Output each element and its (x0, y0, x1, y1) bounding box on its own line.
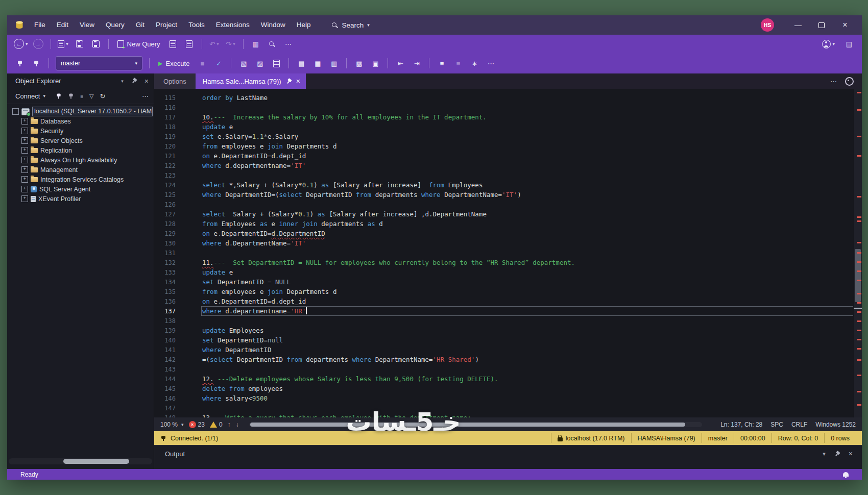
new-query-button[interactable]: New Query (113, 37, 164, 51)
outdent-button[interactable]: ⇤ (393, 57, 408, 70)
table-designer-button[interactable]: ▦ (248, 37, 263, 51)
uncomment-button[interactable]: ≡ (450, 57, 466, 70)
save-button[interactable] (72, 37, 87, 51)
code-line[interactable]: 130where d.DepartmentName='IT' (154, 238, 854, 248)
new-notebook-button[interactable] (165, 37, 181, 51)
cancel-query-button[interactable]: ■ (195, 57, 210, 70)
maximize-button[interactable] (810, 15, 833, 35)
code-line[interactable]: 127select Salary + (Salary*0.1) as [Sala… (154, 209, 854, 219)
code-line[interactable]: 121on e.DepartmentID=d.dept_id (154, 151, 854, 161)
code-line[interactable]: 134set DepartmentID = NULL (154, 277, 854, 287)
expand-icon[interactable]: + (21, 195, 28, 202)
expand-icon[interactable]: + (21, 147, 28, 154)
code-line[interactable]: 133update e (154, 267, 854, 277)
line-column-indicator[interactable]: Ln: 137, Ch: 28 (720, 421, 762, 428)
code-line[interactable]: 124select *,Salary + (Salary*0.1) as [Sa… (154, 180, 854, 190)
tab-options[interactable]: Options (154, 73, 196, 89)
menu-search[interactable]: Search ▾ (327, 21, 373, 29)
code-line[interactable]: 11710.--- Increase the salary by 10% for… (154, 112, 854, 122)
tree-node-security[interactable]: +Security (7, 126, 154, 136)
code-line[interactable]: 135from employees e join Departments d (154, 287, 854, 296)
code-editor[interactable]: 115order by LastName11611710.--- Increas… (154, 89, 862, 417)
live-stats-button[interactable]: ▣ (368, 57, 383, 70)
expand-icon[interactable]: + (21, 176, 28, 183)
error-count[interactable]: × 23 (189, 421, 205, 428)
code-line[interactable]: 147 (154, 403, 854, 413)
code-line[interactable]: 143 (154, 364, 854, 374)
tree-node-integration-services-catalogs[interactable]: +Integration Services Catalogs (7, 175, 154, 184)
undo-button[interactable]: ↶▾ (207, 37, 222, 51)
spaces-indicator[interactable]: SPC (770, 421, 783, 428)
notifications-button[interactable] (843, 471, 849, 478)
refresh-icon[interactable]: ↻ (100, 92, 105, 100)
indent-button[interactable]: ⇥ (409, 57, 424, 70)
expand-icon[interactable]: + (21, 166, 28, 173)
menu-item-window[interactable]: Window (255, 15, 291, 35)
code-line[interactable]: 120from employees e join Departments d (154, 141, 854, 151)
tree-node-server-objects[interactable]: +Server Objects (7, 136, 154, 145)
code-line[interactable]: 13211.--- Set DepartmentID = NULL for em… (154, 258, 854, 267)
next-error-icon[interactable]: ↓ (236, 421, 239, 428)
estimated-plan-button[interactable]: ▨ (252, 57, 268, 70)
code-line[interactable]: 129on e.DepartmentID=d.DepartmentID (154, 229, 854, 238)
previous-error-icon[interactable]: ↑ (228, 421, 231, 428)
menu-item-edit[interactable]: Edit (51, 15, 74, 35)
menu-item-git[interactable]: Git (130, 15, 150, 35)
editor-vscrollbar[interactable] (853, 89, 862, 417)
menu-item-file[interactable]: File (29, 15, 51, 35)
comment-button[interactable]: ≡ (434, 57, 449, 70)
parse-button[interactable]: ✓ (211, 57, 226, 70)
change-connection-button[interactable] (29, 57, 44, 70)
code-line[interactable]: 140set DepartmentID=null (154, 335, 854, 345)
close-button[interactable]: × (833, 15, 857, 35)
disconnect-icon[interactable] (68, 93, 74, 99)
tab-overflow-icon[interactable]: ⋯ (830, 78, 837, 85)
menu-item-view[interactable]: View (74, 15, 100, 35)
layout-button[interactable]: ▤ (841, 37, 857, 51)
redo-button[interactable]: ↷▾ (223, 37, 238, 51)
code-line[interactable]: 137where d.departmentname='HR' (154, 306, 854, 316)
code-line[interactable]: 119set e.Salary=1.1*e.Salary (154, 132, 854, 141)
tree-node-replication[interactable]: +Replication (7, 145, 154, 155)
menu-item-query[interactable]: Query (100, 15, 130, 35)
connect-button[interactable] (12, 57, 28, 70)
account-avatar[interactable]: HS (761, 18, 774, 32)
code-line[interactable]: 116 (154, 103, 854, 112)
results-to-file-button[interactable]: ▥ (326, 57, 342, 70)
line-ending-indicator[interactable]: CRLF (791, 421, 807, 428)
analyze-button[interactable]: ▧ (236, 57, 251, 70)
menu-item-tools[interactable]: Tools (183, 15, 210, 35)
tree-node-sql-server-agent[interactable]: +SQL Server Agent (7, 184, 154, 194)
tree-root-server[interactable]: -localhost (SQL Server 17.0.1050.2 - HAM… (7, 107, 154, 116)
forward-button[interactable]: → (31, 37, 46, 51)
open-file-button[interactable] (182, 37, 197, 51)
code-line[interactable]: 14412. ---Delete employees whose Salary … (154, 374, 854, 384)
pin-icon[interactable] (130, 77, 138, 85)
menu-item-extensions[interactable]: Extensions (210, 15, 255, 35)
menu-item-project[interactable]: Project (150, 15, 183, 35)
tree-node-xevent-profiler[interactable]: +XEvent Profiler (7, 194, 154, 204)
close-panel-icon[interactable]: × (144, 77, 149, 85)
find-button[interactable] (264, 37, 280, 51)
tree-node-databases[interactable]: +Databases (7, 116, 154, 126)
code-line[interactable]: 136on e.DepartmentID=d.dept_id (154, 296, 854, 306)
code-line[interactable]: 128from Employees as e inner join depart… (154, 219, 854, 229)
expand-icon[interactable]: + (21, 137, 28, 144)
code-line[interactable]: 139update Employees (154, 326, 854, 335)
close-tab-icon[interactable]: × (296, 77, 300, 85)
code-line[interactable]: 123 (154, 170, 854, 180)
editor-hscrollbar[interactable] (249, 422, 703, 427)
database-dropdown[interactable]: master▾ (56, 56, 142, 70)
object-explorer-hscrollbar[interactable] (9, 458, 152, 464)
zoom-control[interactable]: 100 % ▾ (160, 421, 184, 428)
pin-icon[interactable] (833, 450, 841, 457)
expand-icon[interactable]: + (21, 128, 28, 134)
filter-icon[interactable]: ▽ (89, 93, 93, 100)
minimize-button[interactable]: — (786, 15, 810, 35)
close-panel-icon[interactable]: × (849, 450, 853, 458)
scrollbar-thumb[interactable] (250, 423, 685, 427)
execute-button[interactable]: ▶Execute (154, 57, 194, 70)
results-to-text-button[interactable]: ▤ (294, 57, 309, 70)
new-file-button[interactable]: ▾ (56, 37, 71, 51)
code-line[interactable]: 142=(select DepartmentID from department… (154, 355, 854, 364)
